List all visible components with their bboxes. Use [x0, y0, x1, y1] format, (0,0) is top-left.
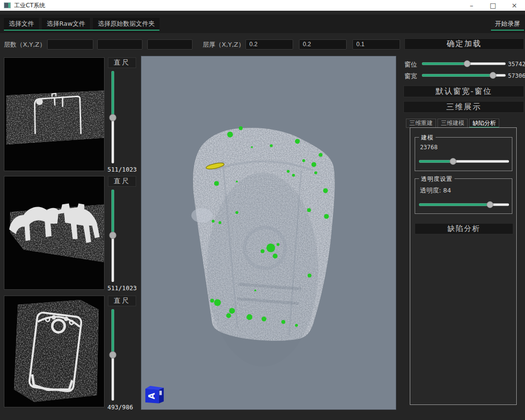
modeling-group-title: 建模 [419, 134, 436, 142]
window-width-label: 窗宽 [404, 72, 417, 81]
transparency-groupbox: 透明度设置 透明度: 84 [415, 178, 512, 214]
ruler-button-top[interactable]: 直尺 [108, 57, 136, 68]
slider-handle[interactable] [464, 60, 471, 67]
layers-label: 层数（X,Y,Z） [4, 39, 46, 50]
slice-position-middle: 511/1023 [107, 284, 141, 292]
layers-y-input[interactable] [97, 39, 142, 50]
close-button[interactable]: × [504, 0, 525, 11]
transparency-value-label: 透明度: 84 [420, 186, 451, 195]
slice-slider-bottom[interactable] [109, 309, 117, 401]
cube-face-letter: A [147, 392, 157, 399]
transparency-slider[interactable] [419, 201, 509, 208]
viewport-3d[interactable]: A [141, 56, 396, 410]
tab-3d-reconstruction[interactable]: 三维重建 [406, 119, 436, 128]
slider-handle[interactable] [487, 201, 493, 208]
select-file-button[interactable]: 选择文件 [4, 18, 39, 30]
slider-handle[interactable] [450, 158, 456, 165]
slice-view-bottom[interactable] [4, 296, 105, 407]
slider-handle[interactable] [109, 351, 117, 359]
window-width-value: 57306 [508, 72, 525, 79]
thickness-label: 层厚（X,Y,Z） [203, 39, 245, 50]
confirm-load-button[interactable]: 确定加载 [404, 38, 524, 50]
select-raw-file-button[interactable]: 选择Raw文件 [42, 18, 90, 30]
start-recording-button[interactable]: 开始录屏 [491, 18, 524, 31]
slice-image-bottom [4, 296, 104, 407]
window-level-label: 窗位 [404, 60, 417, 69]
title-bar: 工业CT系统 – □ × [0, 0, 525, 11]
analysis-tabs: 三维重建 三维建模 缺陷分析 [406, 119, 499, 128]
modeling-slider[interactable] [419, 158, 509, 165]
file-menu-group: 选择文件 选择Raw文件 选择原始数据文件夹 [4, 18, 159, 31]
slice-slider-top[interactable] [109, 71, 117, 163]
menu-strip: 选择文件 选择Raw文件 选择原始数据文件夹 开始录屏 [0, 15, 525, 33]
defect-analysis-pane: 建模 23768 透明度设置 透明度: 84 缺陷分析 [410, 127, 517, 405]
window-title: 工业CT系统 [14, 1, 45, 10]
modeling-groupbox: 建模 23768 [415, 137, 512, 171]
slider-handle[interactable] [109, 232, 117, 239]
layers-x-input[interactable] [47, 39, 93, 50]
app-icon [4, 2, 11, 8]
display-3d-button[interactable]: 三维展示 [403, 101, 524, 113]
window-width-slider[interactable] [422, 72, 506, 79]
slice-view-middle[interactable] [4, 176, 105, 290]
maximize-button[interactable]: □ [482, 0, 504, 11]
right-control-panel: 窗位 35742 窗宽 57306 默认窗宽-窗位 三维展示 三维重建 三维建模… [402, 56, 525, 420]
slice-image-middle [4, 176, 104, 289]
slice-position-bottom: 493/986 [107, 403, 141, 411]
defect-analysis-button[interactable]: 缺陷分析 [415, 223, 513, 234]
slice-view-top[interactable] [4, 57, 105, 171]
slider-handle[interactable] [490, 72, 496, 79]
tab-defect-analysis[interactable]: 缺陷分析 [469, 119, 499, 128]
ruler-button-bottom[interactable]: 直尺 [108, 296, 136, 306]
ruler-button-middle[interactable]: 直尺 [108, 176, 136, 187]
tab-3d-modeling[interactable]: 三维建模 [438, 119, 468, 128]
thickness-x-input[interactable] [245, 39, 293, 50]
thickness-y-input[interactable] [299, 39, 347, 50]
select-raw-data-folder-button[interactable]: 选择原始数据文件夹 [93, 18, 159, 30]
slice-slider-middle[interactable] [109, 190, 117, 282]
layers-z-input[interactable] [147, 39, 192, 50]
modeling-value: 23768 [420, 144, 438, 151]
app-window: 选择文件 选择Raw文件 选择原始数据文件夹 开始录屏 层数（X,Y,Z） 层厚… [0, 11, 525, 420]
slice-position-top: 511/1023 [107, 166, 141, 173]
slice-image-top [4, 58, 104, 171]
window-level-value: 35742 [508, 61, 525, 68]
orientation-cube[interactable]: A [145, 386, 164, 403]
transparency-group-title: 透明度设置 [419, 175, 455, 183]
window-level-slider[interactable] [422, 60, 506, 67]
thickness-z-input[interactable] [352, 39, 400, 50]
default-ww-wl-button[interactable]: 默认窗宽-窗位 [403, 86, 524, 97]
minimize-button[interactable]: – [461, 0, 482, 11]
slider-handle[interactable] [109, 114, 117, 121]
